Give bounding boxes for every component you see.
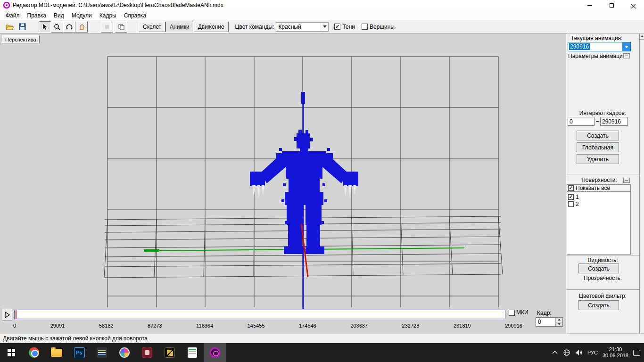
mki-label: МКИ (516, 309, 528, 316)
ruler-tick: 261819 (454, 323, 471, 330)
taskbar-game[interactable] (158, 343, 181, 362)
frame-interval-label: Интервал кадров: (566, 110, 639, 116)
ruler-tick: 203637 (350, 323, 368, 330)
chevron-down-icon[interactable] (622, 42, 630, 51)
frame-value[interactable]: 0 (536, 318, 555, 326)
menu-view[interactable]: Вид (50, 11, 68, 20)
taskbar-photoshop[interactable]: Ps (68, 343, 91, 362)
extra-tool-button[interactable] (101, 21, 113, 33)
save-icon (19, 23, 26, 30)
taskbar-editor[interactable] (91, 343, 113, 362)
interval-to-field[interactable]: 290916 (600, 117, 627, 126)
save-button[interactable] (16, 21, 28, 33)
interval-separator: – (596, 118, 599, 124)
motion-mode-button[interactable]: Движение (194, 22, 229, 32)
visibility-label: Видимость: (566, 257, 639, 263)
rotate-icon (66, 24, 73, 30)
surface-list[interactable]: ✓ 1 2 (567, 192, 631, 255)
volume-icon[interactable] (575, 349, 583, 356)
copy-button[interactable] (115, 21, 127, 33)
timeline-cursor[interactable] (16, 310, 17, 319)
team-color-value: Красный (276, 24, 321, 30)
menu-frames[interactable]: Кадры (96, 11, 120, 20)
hand-icon (78, 24, 85, 30)
skeleton-mode-button[interactable]: Скелет (139, 22, 165, 32)
spin-down-icon[interactable] (556, 322, 562, 327)
menu-modules[interactable]: Модули (68, 11, 96, 20)
taskbar-app[interactable] (136, 343, 158, 362)
timeline-track[interactable] (14, 310, 505, 319)
ruler-tick: 290916 (505, 323, 522, 330)
maximize-button[interactable] (601, 0, 622, 10)
taskbar-mdl-editor-active[interactable] (204, 343, 226, 362)
close-button[interactable] (622, 0, 644, 10)
action-center-icon[interactable] (633, 350, 640, 356)
clock[interactable]: 21:30 30.06.2018 (603, 346, 628, 359)
color-filter-create-button[interactable]: Создать (578, 300, 619, 310)
create-animation-button[interactable]: Создать (577, 131, 619, 140)
frame-label: Кадр: (537, 310, 552, 316)
panel-scrollbar[interactable] (639, 33, 644, 333)
app-icon (142, 347, 152, 358)
surfaces-scroll-button[interactable] (623, 178, 630, 183)
taskbar-paint[interactable] (113, 343, 136, 362)
browser-icon (29, 347, 39, 358)
current-animation-value: 290916 (569, 43, 590, 50)
language-indicator[interactable]: РУС (587, 350, 598, 355)
character-model[interactable] (250, 130, 358, 254)
taskbar-file-explorer[interactable] (45, 343, 68, 362)
select-tool-button[interactable] (39, 21, 51, 33)
tray-expand-icon[interactable] (552, 350, 558, 355)
taskbar-browser[interactable] (23, 343, 45, 362)
perspective-button[interactable]: Перспектива (2, 35, 40, 43)
start-button[interactable] (0, 343, 23, 362)
frame-spin-buttons[interactable] (555, 318, 562, 326)
taskbar-notes[interactable] (181, 343, 204, 362)
menu-edit[interactable]: Правка (24, 11, 50, 20)
surface-2-checkbox[interactable] (568, 201, 574, 207)
zoom-tool-button[interactable] (51, 21, 63, 33)
delete-animation-button[interactable]: Удалить (577, 154, 619, 164)
vertices-checkbox[interactable] (362, 24, 368, 30)
current-animation-select[interactable]: 290916 (568, 42, 631, 51)
interval-from-field[interactable]: 0 (568, 117, 594, 126)
title-bar: Редактор MDL-моделей: C:\Users\aws0z\Des… (0, 0, 644, 10)
minimize-button[interactable] (579, 0, 601, 10)
surface-1-checkbox[interactable]: ✓ (568, 194, 574, 200)
surfaces-label: Поверхности: (566, 177, 632, 183)
mki-checkbox[interactable] (509, 310, 515, 316)
show-all-checkbox[interactable]: ✓ (568, 185, 574, 191)
team-color-select[interactable]: Красный (276, 22, 329, 32)
params-scroll-button[interactable] (623, 53, 630, 58)
ruler-tick: 29091 (50, 323, 65, 330)
close-icon (631, 3, 636, 8)
timeline-ruler: 0 29091 58182 87273 116364 145455 174546… (13, 323, 522, 330)
scroll-up-icon[interactable] (640, 33, 644, 40)
frame-spinner[interactable]: 0 (536, 317, 563, 327)
surface-item[interactable]: ✓ 1 (568, 193, 629, 200)
pan-tool-button[interactable] (75, 21, 88, 33)
surface-item[interactable]: 2 (568, 200, 629, 207)
menu-file[interactable]: Файл (2, 11, 24, 20)
photoshop-icon: Ps (74, 347, 85, 358)
menu-help[interactable]: Справка (120, 11, 150, 20)
color-filter-label: Цветовой фильтр: (566, 293, 639, 299)
open-file-button[interactable] (4, 21, 16, 33)
shadows-checkbox[interactable]: ✓ (334, 24, 340, 30)
clock-time: 21:30 (603, 346, 628, 353)
spin-up-icon[interactable] (556, 318, 562, 322)
animations-mode-button[interactable]: Анимки (165, 22, 194, 32)
separator (566, 289, 639, 290)
status-text: Двигайте мышь с зажатой левой кнопкой дл… (3, 335, 148, 342)
3d-scene[interactable] (0, 33, 566, 309)
global-animation-button[interactable]: Глобальная (577, 142, 619, 152)
game-icon (165, 347, 175, 358)
folder-icon (51, 349, 62, 357)
toolbar: Скелет Анимки Движение Цвет команды: Кра… (0, 20, 644, 33)
play-button[interactable] (2, 309, 12, 321)
visibility-create-button[interactable]: Создать (578, 263, 619, 273)
network-icon[interactable] (563, 349, 570, 356)
shadows-label: Тени (342, 24, 355, 30)
rotate-tool-button[interactable] (63, 21, 75, 33)
blank-icon (104, 24, 110, 30)
